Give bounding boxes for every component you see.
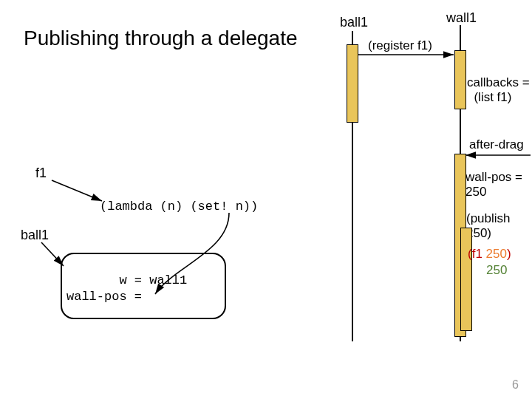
msg-after-drag: after-drag: [469, 137, 524, 152]
text-f1-250-call: (f1 250): [468, 247, 511, 262]
slide-title: Publishing through a delegate: [24, 27, 298, 50]
page-number: 6: [512, 378, 519, 392]
activation-wall1-publish: [460, 228, 472, 331]
text-result-250: 250: [486, 263, 507, 278]
activation-ball1-register: [347, 44, 358, 123]
call-arg: 250: [486, 247, 507, 261]
text-wallpos-250: wall-pos = 250: [466, 170, 532, 200]
call-f1: f1: [472, 247, 486, 261]
closure-f1-label: f1: [35, 166, 47, 181]
lifeline-label-wall1: wall1: [446, 10, 477, 26]
msg-register: (register f1): [368, 38, 432, 53]
lifeline-wall1-top: [460, 25, 461, 50]
object-w-line: w = wall1: [66, 273, 187, 287]
object-wallpos-line: wall-pos =: [66, 290, 142, 304]
activation-wall1-register: [454, 50, 466, 109]
paren-close: ): [507, 247, 511, 261]
arrow-f1-to-lambda: [52, 180, 102, 201]
arrows-overlay: [0, 0, 532, 399]
closure-ball1-label: ball1: [21, 228, 49, 243]
text-callbacks: callbacks = (list f1): [467, 75, 530, 104]
closure-lambda: (lambda (n) (set! n)): [100, 200, 258, 214]
text-publish-250: (publish 250): [466, 211, 532, 241]
lifeline-label-ball1: ball1: [340, 15, 368, 30]
